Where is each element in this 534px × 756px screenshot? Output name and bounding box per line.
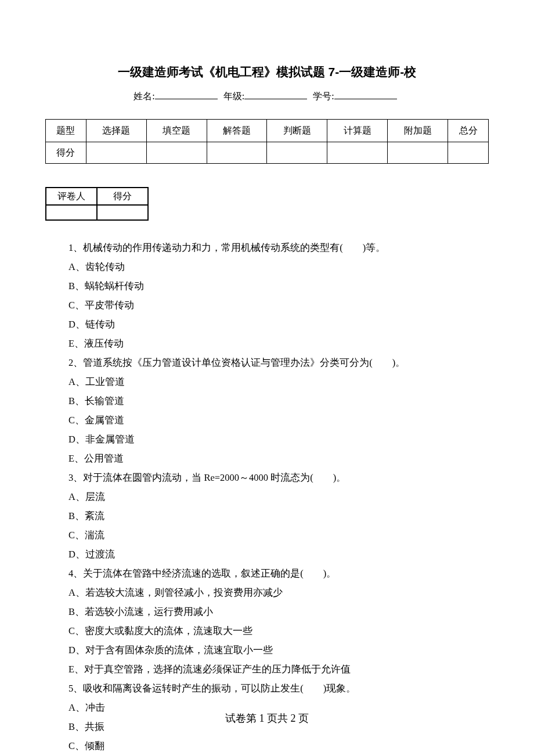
score-cell[interactable] [207,142,267,164]
question-line: C、倾翻 [68,736,489,755]
questions-area: 1、机械传动的作用传递动力和力，常用机械传动系统的类型有( )等。 A、齿轮传动… [45,238,489,756]
question-line: B、若选较小流速，运行费用减小 [68,602,489,621]
question-line: A、若选较大流速，则管径减小，投资费用亦减少 [68,583,489,602]
question-line: 1、机械传动的作用传递动力和力，常用机械传动系统的类型有( )等。 [68,238,489,257]
question-line: C、湍流 [68,525,489,545]
question-line: D、对于含有固体杂质的流体，流速宜取小一些 [68,640,489,660]
score-header: 附加题 [388,120,448,142]
question-line: B、蜗轮蜗杆传动 [68,276,489,296]
score-cell[interactable] [86,142,146,164]
score-header: 判断题 [267,120,327,142]
grader-table: 评卷人 得分 [45,187,149,221]
question-line: C、金属管道 [68,411,489,430]
question-line: A、齿轮传动 [68,257,489,276]
question-line: B、紊流 [68,506,489,525]
grader-cell[interactable] [46,205,97,220]
question-line: B、长输管道 [68,391,489,411]
question-line: A、工业管道 [68,372,489,391]
score-header: 总分 [448,120,489,142]
score-cell[interactable] [146,142,207,164]
question-line: 5、吸收和隔离设备运转时产生的振动，可以防止发生( )现象。 [68,679,489,698]
name-blank[interactable] [155,91,218,99]
score-header: 解答题 [207,120,267,142]
score-header: 选择题 [86,120,146,142]
grader-header: 评卷人 [46,188,97,205]
name-label: 姓名: [134,91,154,101]
grade-label: 年级: [223,91,244,101]
question-line: A、层流 [68,487,489,506]
grader-cell[interactable] [97,205,148,220]
page-footer: 试卷第 1 页共 2 页 [0,711,534,725]
score-header: 填空题 [146,120,207,142]
student-info-line: 姓名: 年级: 学号: [45,91,489,103]
id-label: 学号: [313,91,334,101]
question-line: C、密度大或黏度大的流体，流速取大一些 [68,621,489,640]
grade-blank[interactable] [244,91,307,99]
question-line: D、链传动 [68,315,489,334]
score-cell[interactable] [267,142,327,164]
question-line: D、非金属管道 [68,430,489,449]
question-line: D、过渡流 [68,545,489,564]
score-cell[interactable] [388,142,448,164]
question-line: E、公用管道 [68,449,489,468]
page-title: 一级建造师考试《机电工程》模拟试题 7-一级建造师-校 [45,64,489,80]
question-line: C、平皮带传动 [68,296,489,315]
question-line: E、对于真空管路，选择的流速必须保证产生的压力降低于允许值 [68,660,489,679]
score-cell[interactable] [327,142,388,164]
grader-header: 得分 [97,188,148,205]
score-cell[interactable] [448,142,489,164]
score-table: 题型 选择题 填空题 解答题 判断题 计算题 附加题 总分 得分 [45,119,489,164]
score-header: 题型 [46,120,86,142]
question-line: E、液压传动 [68,334,489,353]
score-header: 计算题 [327,120,388,142]
question-line: 3、对于流体在圆管内流动，当 Re=2000～4000 时流态为( )。 [68,468,489,487]
score-row-label: 得分 [46,142,86,164]
question-line: 2、管道系统按《压力管道设计单位资格认证与管理办法》分类可分为( )。 [68,353,489,372]
id-blank[interactable] [334,91,397,99]
question-line: 4、关于流体在管路中经济流速的选取，叙述正确的是( )。 [68,564,489,583]
